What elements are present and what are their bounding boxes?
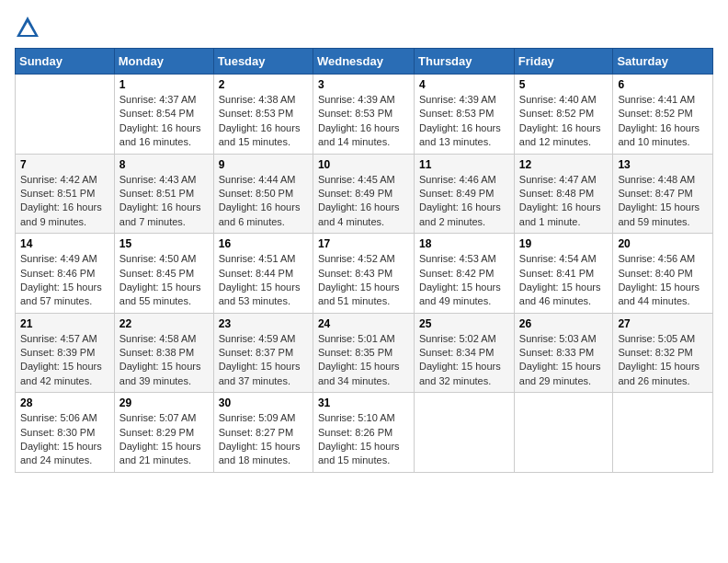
day-info: Sunrise: 4:49 AM Sunset: 8:46 PM Dayligh… [20,252,109,309]
calendar-cell [613,393,713,473]
logo [15,15,44,40]
calendar-cell: 17Sunrise: 4:52 AM Sunset: 8:43 PM Dayli… [313,234,414,314]
calendar-cell: 21Sunrise: 4:57 AM Sunset: 8:39 PM Dayli… [16,313,115,393]
calendar-cell: 2Sunrise: 4:38 AM Sunset: 8:53 PM Daylig… [213,75,313,155]
day-info: Sunrise: 5:01 AM Sunset: 8:35 PM Dayligh… [318,332,409,389]
day-number: 30 [219,396,308,409]
day-number: 24 [318,317,409,330]
day-info: Sunrise: 4:50 AM Sunset: 8:45 PM Dayligh… [119,252,209,309]
day-number: 10 [318,158,409,171]
page-header [15,15,713,40]
calendar-cell: 11Sunrise: 4:46 AM Sunset: 8:49 PM Dayli… [415,154,515,234]
day-info: Sunrise: 4:44 AM Sunset: 8:50 PM Dayligh… [219,173,308,230]
day-number: 21 [20,317,109,330]
calendar-cell: 29Sunrise: 5:07 AM Sunset: 8:29 PM Dayli… [114,393,213,473]
day-number: 4 [419,78,509,91]
calendar-cell: 12Sunrise: 4:47 AM Sunset: 8:48 PM Dayli… [514,154,613,234]
calendar-cell: 6Sunrise: 4:41 AM Sunset: 8:52 PM Daylig… [613,75,713,155]
calendar-cell: 30Sunrise: 5:09 AM Sunset: 8:27 PM Dayli… [213,393,313,473]
day-number: 16 [219,237,308,250]
day-number: 14 [20,237,109,250]
calendar-cell: 25Sunrise: 5:02 AM Sunset: 8:34 PM Dayli… [415,313,515,393]
day-number: 3 [318,78,409,91]
calendar-cell: 24Sunrise: 5:01 AM Sunset: 8:35 PM Dayli… [313,313,414,393]
day-info: Sunrise: 4:48 AM Sunset: 8:47 PM Dayligh… [618,173,708,230]
day-info: Sunrise: 4:47 AM Sunset: 8:48 PM Dayligh… [519,173,609,230]
day-number: 6 [618,78,708,91]
calendar-cell: 19Sunrise: 4:54 AM Sunset: 8:41 PM Dayli… [514,234,613,314]
calendar-cell: 1Sunrise: 4:37 AM Sunset: 8:54 PM Daylig… [114,75,213,155]
day-info: Sunrise: 5:02 AM Sunset: 8:34 PM Dayligh… [419,332,509,389]
day-info: Sunrise: 5:09 AM Sunset: 8:27 PM Dayligh… [219,411,308,468]
day-number: 26 [519,317,609,330]
calendar-week-row: 14Sunrise: 4:49 AM Sunset: 8:46 PM Dayli… [16,234,713,314]
day-info: Sunrise: 4:59 AM Sunset: 8:37 PM Dayligh… [219,332,308,389]
day-info: Sunrise: 4:38 AM Sunset: 8:53 PM Dayligh… [219,93,308,150]
day-number: 17 [318,237,409,250]
calendar-cell: 14Sunrise: 4:49 AM Sunset: 8:46 PM Dayli… [16,234,115,314]
day-info: Sunrise: 4:45 AM Sunset: 8:49 PM Dayligh… [318,173,409,230]
day-number: 1 [119,78,209,91]
col-header-tuesday: Tuesday [213,49,313,75]
day-info: Sunrise: 4:53 AM Sunset: 8:42 PM Dayligh… [419,252,509,309]
col-header-wednesday: Wednesday [313,49,414,75]
day-number: 2 [219,78,308,91]
calendar-cell: 8Sunrise: 4:43 AM Sunset: 8:51 PM Daylig… [114,154,213,234]
calendar-cell: 15Sunrise: 4:50 AM Sunset: 8:45 PM Dayli… [114,234,213,314]
day-info: Sunrise: 5:05 AM Sunset: 8:32 PM Dayligh… [618,332,708,389]
day-number: 11 [419,158,509,171]
calendar-cell: 5Sunrise: 4:40 AM Sunset: 8:52 PM Daylig… [514,75,613,155]
day-info: Sunrise: 4:57 AM Sunset: 8:39 PM Dayligh… [20,332,109,389]
col-header-saturday: Saturday [613,49,713,75]
calendar-cell: 27Sunrise: 5:05 AM Sunset: 8:32 PM Dayli… [613,313,713,393]
day-number: 9 [219,158,308,171]
day-number: 20 [618,237,708,250]
calendar-cell: 22Sunrise: 4:58 AM Sunset: 8:38 PM Dayli… [114,313,213,393]
calendar-table: SundayMondayTuesdayWednesdayThursdayFrid… [15,48,713,473]
calendar-cell: 28Sunrise: 5:06 AM Sunset: 8:30 PM Dayli… [16,393,115,473]
calendar-cell: 16Sunrise: 4:51 AM Sunset: 8:44 PM Dayli… [213,234,313,314]
day-info: Sunrise: 5:06 AM Sunset: 8:30 PM Dayligh… [20,411,109,468]
calendar-cell [415,393,515,473]
day-info: Sunrise: 4:42 AM Sunset: 8:51 PM Dayligh… [20,173,109,230]
calendar-header-row: SundayMondayTuesdayWednesdayThursdayFrid… [16,49,713,75]
day-number: 13 [618,158,708,171]
day-number: 18 [419,237,509,250]
calendar-cell: 9Sunrise: 4:44 AM Sunset: 8:50 PM Daylig… [213,154,313,234]
calendar-cell: 3Sunrise: 4:39 AM Sunset: 8:53 PM Daylig… [313,75,414,155]
col-header-sunday: Sunday [16,49,115,75]
calendar-week-row: 7Sunrise: 4:42 AM Sunset: 8:51 PM Daylig… [16,154,713,234]
day-number: 29 [119,396,209,409]
calendar-cell: 31Sunrise: 5:10 AM Sunset: 8:26 PM Dayli… [313,393,414,473]
day-number: 7 [20,158,109,171]
day-info: Sunrise: 4:40 AM Sunset: 8:52 PM Dayligh… [519,93,609,150]
day-number: 8 [119,158,209,171]
calendar-cell: 18Sunrise: 4:53 AM Sunset: 8:42 PM Dayli… [415,234,515,314]
day-info: Sunrise: 4:41 AM Sunset: 8:52 PM Dayligh… [618,93,708,150]
col-header-friday: Friday [514,49,613,75]
calendar-cell: 20Sunrise: 4:56 AM Sunset: 8:40 PM Dayli… [613,234,713,314]
day-info: Sunrise: 5:10 AM Sunset: 8:26 PM Dayligh… [318,411,409,468]
day-number: 5 [519,78,609,91]
day-info: Sunrise: 4:39 AM Sunset: 8:53 PM Dayligh… [318,93,409,150]
day-info: Sunrise: 4:54 AM Sunset: 8:41 PM Dayligh… [519,252,609,309]
day-number: 31 [318,396,409,409]
col-header-thursday: Thursday [415,49,515,75]
day-info: Sunrise: 4:37 AM Sunset: 8:54 PM Dayligh… [119,93,209,150]
day-info: Sunrise: 5:03 AM Sunset: 8:33 PM Dayligh… [519,332,609,389]
day-info: Sunrise: 4:56 AM Sunset: 8:40 PM Dayligh… [618,252,708,309]
day-info: Sunrise: 5:07 AM Sunset: 8:29 PM Dayligh… [119,411,209,468]
calendar-week-row: 28Sunrise: 5:06 AM Sunset: 8:30 PM Dayli… [16,393,713,473]
calendar-cell: 23Sunrise: 4:59 AM Sunset: 8:37 PM Dayli… [213,313,313,393]
calendar-cell [16,75,115,155]
col-header-monday: Monday [114,49,213,75]
day-number: 23 [219,317,308,330]
calendar-cell: 10Sunrise: 4:45 AM Sunset: 8:49 PM Dayli… [313,154,414,234]
calendar-cell: 7Sunrise: 4:42 AM Sunset: 8:51 PM Daylig… [16,154,115,234]
day-info: Sunrise: 4:46 AM Sunset: 8:49 PM Dayligh… [419,173,509,230]
day-info: Sunrise: 4:58 AM Sunset: 8:38 PM Dayligh… [119,332,209,389]
logo-icon [15,15,40,40]
calendar-cell: 4Sunrise: 4:39 AM Sunset: 8:53 PM Daylig… [415,75,515,155]
day-info: Sunrise: 4:51 AM Sunset: 8:44 PM Dayligh… [219,252,308,309]
day-number: 28 [20,396,109,409]
